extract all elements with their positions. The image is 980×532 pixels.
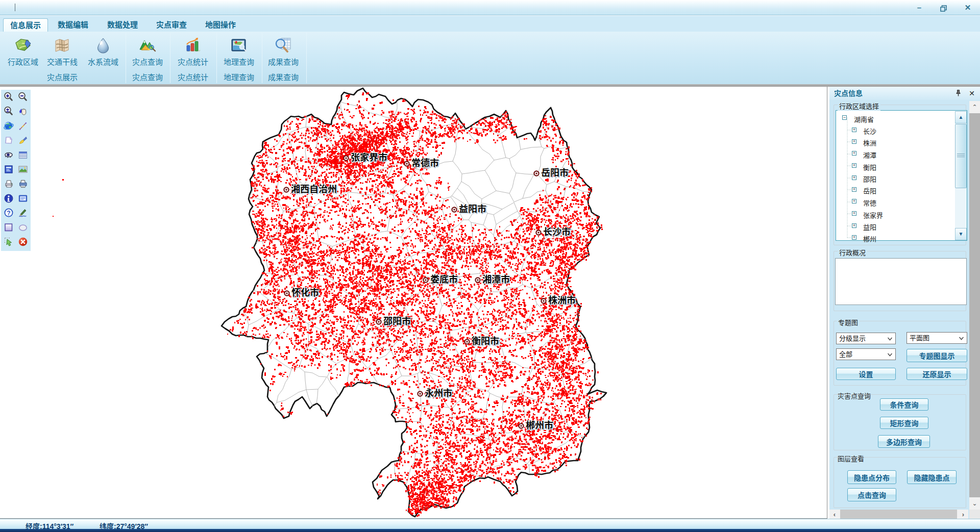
- svg-text:?: ?: [7, 210, 10, 217]
